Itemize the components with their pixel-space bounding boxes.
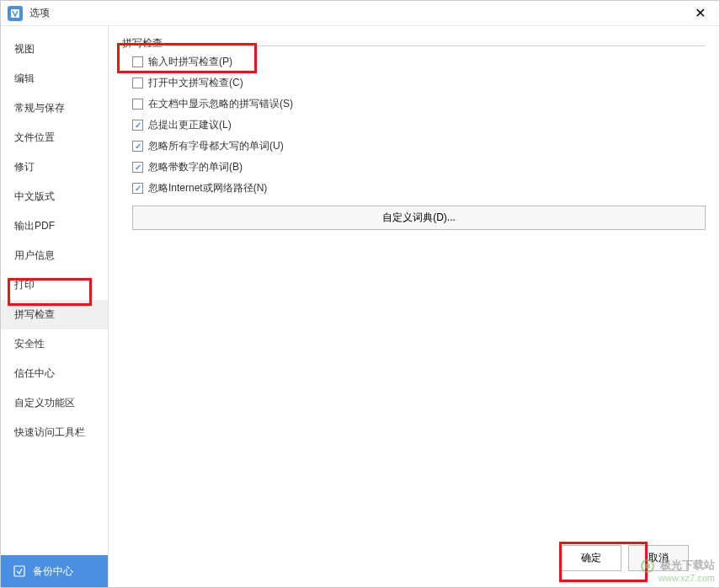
sidebar-item-view[interactable]: 视图 [1,35,108,64]
sidebar-item-file-location[interactable]: 文件位置 [1,123,108,152]
option-row-ignore-uppercase: 忽略所有字母都大写的单词(U) [132,136,706,157]
ok-button[interactable]: 确定 [561,545,621,571]
label-ignore-uppercase: 忽略所有字母都大写的单词(U) [148,139,284,153]
sidebar-item-output-pdf[interactable]: 输出PDF [1,211,108,241]
sidebar-item-chinese-layout[interactable]: 中文版式 [1,182,108,211]
sidebar-item-custom-ribbon[interactable]: 自定义功能区 [1,388,108,418]
checkbox-show-ignored[interactable] [132,99,143,110]
option-row-chinese-spellcheck: 打开中文拼写检查(C) [132,72,706,94]
label-always-suggest: 总提出更正建议(L) [148,118,232,132]
window-title: 选项 [29,6,687,20]
sidebar-item-spellcheck[interactable]: 拼写检查 [1,300,108,329]
sidebar-item-revision[interactable]: 修订 [1,152,108,182]
sidebar-item-user-info[interactable]: 用户信息 [1,241,108,270]
svg-rect-1 [14,566,24,576]
sidebar-item-edit[interactable]: 编辑 [1,64,108,94]
option-row-show-ignored: 在文档中显示忽略的拼写错误(S) [132,94,706,115]
dialog-footer: 确定 取消 [122,539,706,577]
label-ignore-internet: 忽略Internet或网络路径(N) [148,181,267,195]
backup-icon [13,564,26,578]
titlebar: 选项 ✕ [1,1,719,26]
option-row-ignore-numbers: 忽略带数字的单词(B) [132,157,706,178]
sidebar-item-print[interactable]: 打印 [1,270,108,300]
app-icon [8,6,23,21]
option-row-ignore-internet: 忽略Internet或网络路径(N) [132,178,706,199]
label-chinese-spellcheck: 打开中文拼写检查(C) [148,76,243,90]
sidebar: 视图 编辑 常规与保存 文件位置 修订 中文版式 输出PDF 用户信息 打印 拼… [1,26,109,587]
custom-dictionary-button[interactable]: 自定义词典(D)... [132,206,706,230]
sidebar-item-quick-access[interactable]: 快速访问工具栏 [1,418,108,447]
checkbox-check-while-typing[interactable] [132,56,143,67]
option-row-check-while-typing: 输入时拼写检查(P) [132,51,706,72]
backup-center-label: 备份中心 [33,564,73,579]
checkbox-ignore-numbers[interactable] [132,162,143,173]
label-check-while-typing: 输入时拼写检查(P) [148,55,232,69]
label-show-ignored: 在文档中显示忽略的拼写错误(S) [148,97,293,111]
label-ignore-numbers: 忽略带数字的单词(B) [148,160,243,174]
close-button[interactable]: ✕ [687,1,712,26]
sidebar-spacer [1,447,108,555]
option-row-always-suggest: 总提出更正建议(L) [132,115,706,136]
content-panel: 拼写检查 输入时拼写检查(P) 打开中文拼写检查(C) 在文档中显示忽略的拼写错… [109,26,719,587]
options-dialog: 选项 ✕ 视图 编辑 常规与保存 文件位置 修订 中文版式 输出PDF 用户信息… [0,0,720,588]
checkbox-ignore-uppercase[interactable] [132,141,143,152]
spellcheck-options: 输入时拼写检查(P) 打开中文拼写检查(C) 在文档中显示忽略的拼写错误(S) … [122,51,706,199]
backup-center-button[interactable]: 备份中心 [1,555,108,587]
dialog-body: 视图 编辑 常规与保存 文件位置 修订 中文版式 输出PDF 用户信息 打印 拼… [1,26,719,587]
sidebar-item-trust-center[interactable]: 信任中心 [1,359,108,388]
sidebar-item-general-save[interactable]: 常规与保存 [1,94,108,123]
checkbox-chinese-spellcheck[interactable] [132,78,143,88]
section-title: 拼写检查 [122,36,706,51]
sidebar-item-security[interactable]: 安全性 [1,329,108,359]
cancel-button[interactable]: 取消 [628,545,689,571]
checkbox-always-suggest[interactable] [132,120,143,131]
checkbox-ignore-internet[interactable] [132,183,143,194]
content-spacer [122,230,706,539]
